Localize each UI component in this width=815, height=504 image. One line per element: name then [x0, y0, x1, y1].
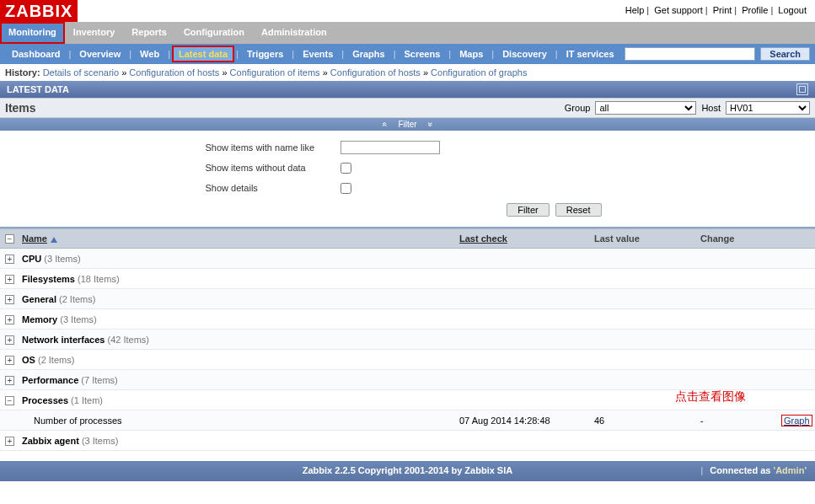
- header-top: ZABBIX Help| Get support| Print| Profile…: [0, 0, 815, 19]
- subtab-maps[interactable]: Maps: [453, 46, 490, 62]
- table-row: +CPU (3 Items): [0, 249, 815, 269]
- logout-link[interactable]: Logout: [778, 5, 807, 15]
- item-lastcheck: 07 Aug 2014 14:28:48: [454, 413, 589, 428]
- logo: ZABBIX: [0, 0, 78, 22]
- subtab-it-services[interactable]: IT services: [560, 46, 621, 62]
- col-name[interactable]: Name: [22, 233, 47, 244]
- subtab-screens[interactable]: Screens: [398, 46, 448, 62]
- footer: Zabbix 2.2.5 Copyright 2001-2014 by Zabb…: [0, 461, 815, 481]
- item-change: -: [695, 413, 776, 428]
- search-button[interactable]: Search: [760, 47, 810, 61]
- footer-user[interactable]: 'Admin': [774, 465, 807, 475]
- expand-icon[interactable]: +: [5, 335, 14, 345]
- group-name: Network interfaces: [22, 335, 105, 345]
- top-links: Help| Get support| Print| Profile| Logou…: [625, 5, 807, 15]
- col-change: Change: [700, 233, 734, 244]
- footer-connected: Connected as: [710, 465, 773, 475]
- item-lastvalue: 46: [589, 413, 695, 428]
- group-name: OS: [22, 355, 35, 365]
- filter-details-check[interactable]: [340, 183, 351, 194]
- table-row: +Filesystems (18 Items): [0, 269, 815, 289]
- print-link[interactable]: Print: [713, 5, 732, 15]
- expand-icon[interactable]: +: [5, 315, 14, 324]
- filter-name-input[interactable]: [340, 141, 440, 154]
- filter-button[interactable]: Filter: [507, 203, 549, 217]
- expand-icon[interactable]: +: [5, 255, 14, 264]
- filter-name-label: Show items with name like: [206, 142, 340, 153]
- history-item[interactable]: Configuration of hosts: [129, 67, 219, 78]
- tab-configuration[interactable]: Configuration: [175, 22, 253, 44]
- sub-tabs: Dashboard| Overview| Web| Latest data| T…: [0, 44, 815, 64]
- history-item[interactable]: Configuration of hosts: [330, 67, 421, 78]
- expand-icon[interactable]: +: [5, 275, 14, 284]
- profile-link[interactable]: Profile: [742, 5, 768, 15]
- tab-inventory[interactable]: Inventory: [65, 22, 124, 44]
- tab-reports[interactable]: Reports: [123, 22, 175, 44]
- subtab-dashboard[interactable]: Dashboard: [5, 46, 67, 62]
- table-row: +OS (2 Items): [0, 350, 815, 370]
- subtab-latest-data[interactable]: Latest data: [172, 46, 234, 62]
- group-name: Performance: [22, 375, 78, 385]
- search-input[interactable]: [625, 47, 755, 61]
- host-select[interactable]: HV01: [726, 101, 810, 115]
- expand-icon[interactable]: +: [5, 376, 14, 385]
- history-item[interactable]: Details of scenario: [43, 67, 120, 78]
- item-count: (42 Items): [108, 335, 150, 345]
- col-lastcheck[interactable]: Last check: [459, 233, 507, 244]
- expand-icon[interactable]: +: [5, 437, 14, 446]
- group-name: General: [22, 294, 56, 304]
- expand-icon[interactable]: +: [5, 295, 14, 304]
- support-link[interactable]: Get support: [654, 5, 702, 15]
- filter-nodata-label: Show items without data: [206, 163, 340, 173]
- table-row: +General (2 Items): [0, 289, 815, 309]
- subtab-discovery[interactable]: Discovery: [496, 46, 554, 62]
- table-row: −Processes (1 Item)点击查看图像: [0, 390, 815, 410]
- data-rows: +CPU (3 Items)+Filesystems (18 Items)+Ge…: [0, 249, 815, 451]
- item-count: (3 Items): [44, 254, 80, 264]
- reset-button[interactable]: Reset: [555, 203, 602, 217]
- table-row: +Zabbix agent (3 Items): [0, 431, 815, 451]
- item-count: (2 Items): [38, 355, 74, 365]
- history-bar: History: Details of scenario » Configura…: [0, 64, 815, 81]
- tab-administration[interactable]: Administration: [253, 22, 335, 44]
- expand-icon[interactable]: −: [5, 396, 14, 405]
- item-count: (2 Items): [59, 294, 95, 304]
- main-tabs: Monitoring Inventory Reports Configurati…: [0, 22, 815, 44]
- group-label: Group: [565, 103, 591, 113]
- table-row: +Memory (3 Items): [0, 309, 815, 330]
- table-row: Number of processes07 Aug 2014 14:28:484…: [0, 410, 815, 431]
- help-link[interactable]: Help: [625, 5, 645, 15]
- item-count: (3 Items): [82, 436, 118, 446]
- subtab-overview[interactable]: Overview: [72, 46, 127, 62]
- subtab-triggers[interactable]: Triggers: [240, 46, 290, 62]
- subtab-events[interactable]: Events: [296, 46, 340, 62]
- col-lastvalue: Last value: [594, 233, 640, 244]
- items-row: Items Group all Host HV01: [0, 98, 815, 118]
- host-label: Host: [701, 103, 721, 113]
- collapse-all-icon[interactable]: −: [5, 234, 14, 244]
- history-item[interactable]: Configuration of items: [230, 67, 320, 78]
- history-label: History:: [5, 67, 40, 78]
- filter-details-label: Show details: [206, 183, 340, 193]
- group-name: Zabbix agent: [22, 436, 79, 446]
- expand-icon[interactable]: +: [5, 356, 14, 365]
- filter-box: Show items with name like Show items wit…: [0, 131, 815, 228]
- subtab-graphs[interactable]: Graphs: [346, 46, 392, 62]
- search-area: Search: [625, 47, 810, 61]
- section-header: LATEST DATA: [0, 81, 815, 98]
- item-count: (18 Items): [78, 274, 120, 284]
- item-count: (7 Items): [81, 375, 117, 385]
- item-count: (3 Items): [60, 314, 96, 324]
- fullscreen-icon[interactable]: [796, 83, 808, 95]
- subtab-web[interactable]: Web: [133, 46, 166, 62]
- column-header: − Name Last check Last value Change: [0, 228, 815, 249]
- items-title: Items: [5, 101, 36, 115]
- filter-nodata-check[interactable]: [340, 163, 351, 174]
- graph-link[interactable]: Graph: [784, 416, 810, 426]
- group-select[interactable]: all: [595, 101, 696, 115]
- tab-monitoring[interactable]: Monitoring: [0, 22, 65, 44]
- filter-toggle[interactable]: Filter: [0, 118, 815, 131]
- group-name: Filesystems: [22, 274, 75, 284]
- section-title: LATEST DATA: [7, 84, 69, 94]
- history-item[interactable]: Configuration of graphs: [431, 67, 527, 78]
